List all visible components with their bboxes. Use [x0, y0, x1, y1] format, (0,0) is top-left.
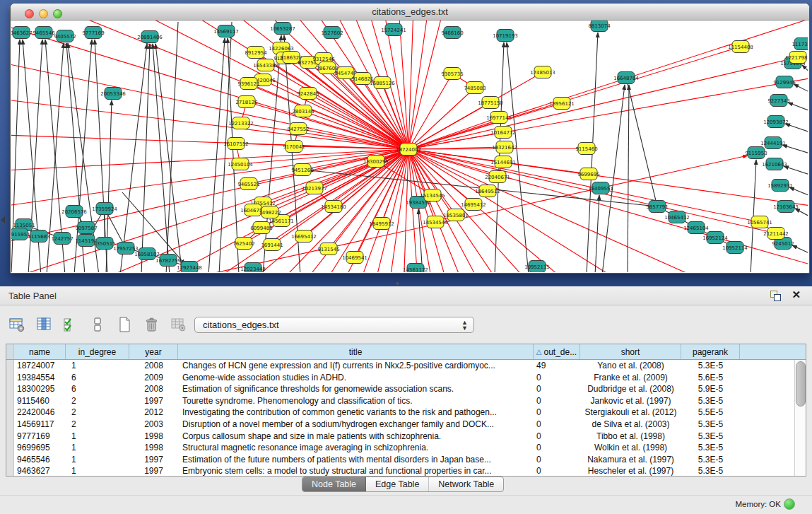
cell-pagerank[interactable]: 5.3E-5: [681, 465, 740, 476]
cell-name[interactable]: 19384554: [14, 372, 66, 384]
cell-year[interactable]: 2008: [129, 360, 178, 372]
graph-edge-citation[interactable]: [408, 88, 475, 149]
graph-node[interactable]: 10469541: [342, 252, 367, 264]
network-window-titlebar[interactable]: citations_edges.txt: [11, 4, 809, 21]
cell-short[interactable]: Tibbo et al. (1998): [580, 431, 681, 443]
graph-node[interactable]: 10164712: [490, 127, 516, 139]
cell-in_degree[interactable]: 1: [66, 442, 129, 454]
close-panel-icon[interactable]: ✕: [792, 288, 801, 301]
vertical-scrollbar[interactable]: [794, 360, 806, 476]
graph-node[interactable]: 12465104: [683, 222, 709, 234]
cell-title[interactable]: Structural magnetic resonance image aver…: [178, 442, 534, 454]
graph-node[interactable]: 11154408: [728, 41, 753, 53]
cell-in_degree[interactable]: 1: [66, 431, 129, 443]
graph-node[interactable]: 17359924: [92, 203, 117, 215]
graph-node[interactable]: 1115683: [28, 230, 49, 243]
cell-in_degree[interactable]: 6: [66, 372, 129, 384]
cell-in_degree[interactable]: 2: [66, 407, 129, 419]
graph-node[interactable]: 9465521: [237, 178, 259, 190]
graph-node[interactable]: 8813074: [588, 21, 611, 32]
cell-short[interactable]: Hescheler et al. (1997): [580, 465, 681, 476]
cell-in_degree[interactable]: 1: [66, 454, 129, 466]
graph-edge[interactable]: [794, 84, 808, 93]
network-canvas[interactable]: 1872400794636279465546940557297771692089…: [11, 21, 808, 272]
cell-title[interactable]: Changes of HCN gene expression and I(f) …: [178, 360, 534, 372]
cell-name[interactable]: 18300295: [14, 383, 66, 395]
cell-year[interactable]: 1998: [129, 431, 178, 443]
graph-node[interactable]: 9242845: [297, 88, 319, 100]
cell-name[interactable]: 9115460: [14, 395, 66, 407]
network-window[interactable]: citations_edges.txt 18724007946362794655…: [10, 3, 810, 274]
cell-out_degree[interactable]: 0: [534, 383, 580, 395]
table-row[interactable]: 969969511998Structural magnetic resonanc…: [6, 442, 806, 454]
graph-node[interactable]: 9305735: [441, 68, 463, 80]
cell-out_degree[interactable]: 49: [534, 360, 580, 372]
column-header-short[interactable]: short: [580, 344, 681, 359]
citation-network-graph[interactable]: 1872400794636279465546940557297771692089…: [11, 21, 808, 272]
graph-node[interactable]: 10213977: [302, 182, 327, 194]
graph-node[interactable]: 9131545: [317, 243, 339, 255]
cell-name[interactable]: 9463627: [14, 465, 66, 476]
cell-in_degree[interactable]: 2: [66, 395, 129, 407]
cell-name[interactable]: 9699695: [14, 442, 66, 454]
cell-name[interactable]: 18724007: [14, 360, 66, 372]
column-header-pagerank[interactable]: pagerank: [681, 344, 740, 359]
cell-out_degree[interactable]: 0: [534, 454, 580, 466]
graph-node[interactable]: 1527602: [321, 27, 343, 39]
cell-in_degree[interactable]: 2: [66, 419, 129, 431]
graph-node[interactable]: 14561172: [403, 264, 428, 273]
cell-title[interactable]: Genome-wide association studies in ADHD.: [178, 372, 534, 384]
select-rows-icon[interactable]: [61, 315, 81, 334]
table-row[interactable]: 2242004622012Investigating the contribut…: [6, 407, 806, 419]
graph-edge-ray[interactable]: [372, 149, 408, 272]
cell-title[interactable]: Estimation of the future numbers of pati…: [178, 454, 534, 466]
cell-name[interactable]: 9777169: [14, 431, 66, 443]
graph-edge[interactable]: [802, 65, 808, 74]
cell-pagerank[interactable]: 5.9E-5: [681, 383, 740, 395]
column-header-title[interactable]: title: [178, 344, 534, 359]
graph-node[interactable]: 1242757: [51, 233, 73, 245]
graph-node[interactable]: 15892931: [767, 180, 793, 192]
cell-pagerank[interactable]: 5.6E-5: [681, 372, 740, 384]
graph-edge[interactable]: [788, 103, 808, 112]
graph-node[interactable]: 16107552: [223, 138, 249, 150]
cell-year[interactable]: 2008: [129, 383, 178, 395]
column-header-name[interactable]: name: [14, 344, 66, 359]
table-settings-icon[interactable]: [7, 315, 27, 334]
graph-node[interactable]: 9097587: [75, 222, 97, 234]
cell-out_degree[interactable]: 0: [534, 419, 580, 431]
cell-out_degree[interactable]: 0: [534, 465, 580, 476]
graph-edge[interactable]: [208, 38, 225, 272]
graph-node[interactable]: 1117304: [792, 38, 808, 50]
delete-table-icon[interactable]: [141, 315, 161, 334]
table-row[interactable]: 911546021997Tourette syndrome. Phenomeno…: [6, 395, 806, 407]
cell-out_degree[interactable]: 0: [534, 431, 580, 443]
graph-node[interactable]: 7625402: [233, 238, 254, 250]
cell-pagerank[interactable]: 5.3E-5: [681, 431, 740, 443]
graph-node[interactable]: 1498222: [259, 206, 281, 218]
graph-node[interactable]: 16695412: [291, 230, 317, 243]
cell-short[interactable]: Nakamura et al. (1997): [580, 454, 681, 466]
cell-out_degree[interactable]: 0: [534, 442, 580, 454]
cell-short[interactable]: Franke et al. (2009): [580, 372, 681, 384]
graph-node[interactable]: 2718126: [235, 96, 258, 108]
cell-title[interactable]: Tourette syndrome. Phenomenology and cla…: [178, 395, 534, 407]
cell-in_degree[interactable]: 1: [66, 465, 129, 476]
cell-pagerank[interactable]: 5.3E-5: [681, 395, 740, 407]
cell-title[interactable]: Investigating the contribution of common…: [178, 407, 534, 419]
table-row[interactable]: 946554611997Estimation of the future num…: [6, 454, 806, 466]
cell-year[interactable]: 1997: [129, 395, 178, 407]
scrollbar-thumb[interactable]: [796, 361, 806, 407]
graph-node[interactable]: 15885126: [370, 77, 395, 89]
graph-node[interactable]: 18775150: [478, 97, 503, 109]
graph-node[interactable]: 9115460: [575, 143, 597, 155]
graph-node[interactable]: 15144691: [490, 156, 516, 168]
graph-node[interactable]: 12023448: [240, 263, 266, 273]
graph-edge-citation[interactable]: [408, 117, 499, 149]
graph-node[interactable]: 1691441: [261, 239, 283, 251]
graph-node[interactable]: 9396121: [237, 78, 259, 90]
graph-edge-citation[interactable]: [408, 57, 798, 149]
graph-node[interactable]: 16210643: [762, 158, 787, 170]
cell-short[interactable]: Jankovic et al. (1997): [580, 395, 681, 407]
graph-edge[interactable]: [166, 22, 178, 272]
